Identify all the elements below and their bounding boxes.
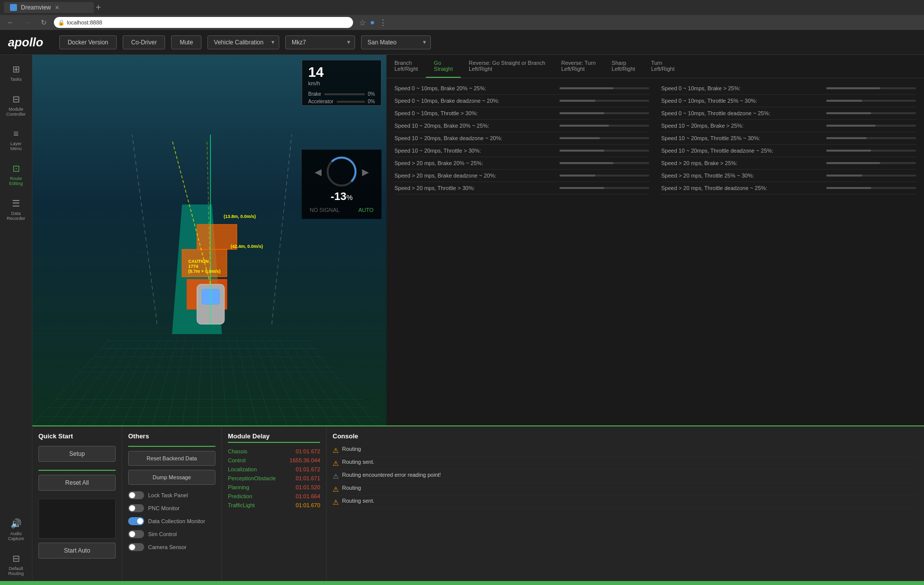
tab-reverse-go-straight[interactable]: Reverse: Go Straight or BranchLeft/Right [461, 55, 553, 78]
console-text-3: Routing [342, 485, 918, 491]
app-body: ⊞ Tasks ⊟ ModuleController ≡ LayerMenu ⊡… [0, 55, 924, 585]
viz-svg [32, 55, 386, 425]
console-entry-2: ⚠ Routing encountered error reading poin… [333, 470, 918, 483]
calib-bar-track-r1 [826, 100, 916, 102]
calib-label-r1: Speed 0 ~ 10mps, Throttle 25% ~ 30%: [661, 98, 818, 104]
sidebar-item-data-recorder[interactable]: ☰ DataRecorder [1, 193, 30, 226]
delay-val-planning: 01:01.520 [296, 484, 320, 490]
console-warning-icon-0: ⚠ [333, 446, 339, 454]
back-btn[interactable]: ← [4, 17, 17, 27]
user-icon[interactable]: ● [370, 18, 375, 27]
hud-accel-pct: 0% [368, 99, 375, 104]
tab-close-btn[interactable]: ✕ [55, 4, 59, 11]
calib-bar-fill-r2 [826, 112, 871, 114]
console-text-4: Routing sent. [342, 498, 918, 504]
audio-capture-icon: 🔊 [10, 518, 21, 529]
delay-row-localization: Localization 01:01.672 [228, 465, 320, 474]
gauge-left-chevron-icon[interactable]: ◀ [315, 167, 322, 178]
calib-row-5: Speed 10 ~ 20mps, Throttle > 30%: [394, 145, 649, 157]
calib-row-7: Speed > 20 mps, Brake deadzone ~ 20%: [394, 170, 649, 182]
camera-sensor-toggle[interactable] [128, 543, 144, 551]
co-driver-btn[interactable]: Co-Driver [123, 35, 165, 49]
tab-reverse-turn[interactable]: Reverse: TurnLeft/Right [553, 55, 603, 78]
delay-val-control: 1655:36.044 [290, 457, 320, 463]
bottom-status-bar [0, 581, 924, 585]
forward-btn[interactable]: → [21, 17, 34, 27]
delay-row-perception: PerceptionObstacle 01:01.671 [228, 474, 320, 483]
browser-tab[interactable]: Dreamview ✕ [4, 2, 94, 13]
new-tab-btn[interactable]: + [96, 2, 101, 13]
data-collection-monitor-toggle[interactable] [128, 517, 144, 525]
hud-brake-pct: 0% [368, 91, 375, 97]
hud-speed-unit: km/h [302, 80, 381, 90]
calib-label-r6: Speed > 20 mps, Brake > 25%: [661, 160, 818, 166]
sidebar-item-route-editing[interactable]: ⊡ RouteEditing [1, 158, 30, 191]
calib-bar-fill-r7 [826, 175, 862, 177]
vehicle-calibration-select-wrap: Vehicle Calibration ▼ [207, 35, 279, 49]
console-text-1: Routing sent. [342, 459, 918, 465]
sidebar-item-tasks[interactable]: ⊞ Tasks [1, 59, 30, 87]
address-bar[interactable]: 🔒 localhost:8888 [54, 17, 353, 28]
hud-signals-row: NO SIGNAL AUTO [308, 203, 375, 213]
tab-go-straight[interactable]: GoStraight [426, 55, 461, 78]
delay-name-trafficlight: TrafficLight [228, 502, 255, 508]
gauge-unit: % [347, 194, 353, 201]
calib-bar-track-r5 [826, 150, 916, 152]
mkz7-select[interactable]: Mkz7 [285, 35, 355, 49]
calib-bar-track-r0 [826, 87, 916, 89]
setup-btn[interactable]: Setup [38, 446, 116, 462]
calib-bar-fill-6 [559, 162, 613, 164]
quick-start-panel: Quick Start Setup Reset All Start Auto [32, 426, 122, 585]
calibration-content: Speed 0 ~ 10mps, Brake 20% ~ 25%: Speed … [386, 78, 924, 198]
menu-icon[interactable]: ⋮ [379, 18, 387, 27]
calib-bar-track-1 [559, 100, 649, 102]
docker-version-btn[interactable]: Docker Version [59, 35, 117, 49]
calib-bar-fill-r0 [826, 87, 880, 89]
delay-name-localization: Localization [228, 466, 257, 472]
delay-name-planning: Planning [228, 484, 249, 490]
calib-label-4: Speed 10 ~ 20mps, Brake deadzone ~ 20%: [394, 135, 552, 141]
delay-val-chassis: 01:01.672 [296, 448, 320, 454]
console-panel: Console ⚠ Routing ⚠ Routing sent. ⚠ Rout… [327, 426, 924, 585]
vehicle-calibration-select[interactable]: Vehicle Calibration [207, 35, 279, 49]
sidebar-module-controller-label: ModuleController [6, 107, 25, 117]
delay-val-perception: 01:01.671 [296, 475, 320, 481]
tab-branch-left-right[interactable]: BranchLeft/Right [386, 55, 426, 78]
reset-backend-btn[interactable]: Reset Backend Data [128, 451, 215, 466]
delay-row-chassis: Chassis 01:01.672 [228, 447, 320, 456]
dump-message-btn[interactable]: Dump Message [128, 470, 215, 485]
start-auto-btn[interactable]: Start Auto [38, 543, 116, 559]
calib-bar-track-r8 [826, 187, 916, 189]
san-mateo-select[interactable]: San Mateo [361, 35, 431, 49]
sidebar-item-layer-menu[interactable]: ≡ LayerMenu [1, 124, 30, 156]
lock-task-panel-toggle[interactable] [128, 491, 144, 499]
delay-name-chassis: Chassis [228, 448, 247, 454]
calib-bar-fill-3 [559, 125, 609, 127]
auto-text: AUTO [359, 207, 373, 213]
gauge-right-chevron-icon[interactable]: ▶ [362, 167, 369, 178]
obstacle-label-1: (42.4m, 0.0m/s) [231, 244, 263, 249]
reset-all-btn[interactable]: Reset All [38, 475, 116, 491]
calib-bar-track-3 [559, 125, 649, 127]
calib-row-0: Speed 0 ~ 10mps, Brake 20% ~ 25%: [394, 82, 649, 95]
gauge-circle [326, 156, 358, 188]
calib-bar-fill-7 [559, 175, 595, 177]
sidebar-default-routing-label: DefaultRouting [8, 566, 23, 576]
calib-label-r3: Speed 10 ~ 20mps, Brake > 25%: [661, 123, 818, 129]
calibration-tabs: BranchLeft/Right GoStraight Reverse: Go … [386, 55, 924, 78]
tab-sharp-left-right[interactable]: SharpLeft/Right [604, 55, 643, 78]
reload-btn[interactable]: ↻ [38, 17, 50, 27]
sidebar-data-recorder-label: DataRecorder [6, 211, 25, 221]
tab-turn-left-right[interactable]: TurnLeft/Right [643, 55, 683, 78]
sidebar-item-module-controller[interactable]: ⊟ ModuleController [1, 89, 30, 122]
bookmark-icon[interactable]: ☆ [359, 18, 366, 27]
sidebar-item-default-routing[interactable]: ⊟ DefaultRouting [1, 548, 30, 581]
console-warning-icon-1: ⚠ [333, 459, 339, 467]
pnc-monitor-toggle[interactable] [128, 504, 144, 512]
mute-btn[interactable]: Mute [171, 35, 201, 49]
calib-bar-track-6 [559, 162, 649, 164]
sidebar-item-audio-capture[interactable]: 🔊 AudioCapture [1, 513, 30, 546]
sidebar-layer-menu-label: LayerMenu [10, 141, 22, 151]
sim-control-toggle[interactable] [128, 530, 144, 538]
layer-menu-icon: ≡ [13, 129, 19, 139]
